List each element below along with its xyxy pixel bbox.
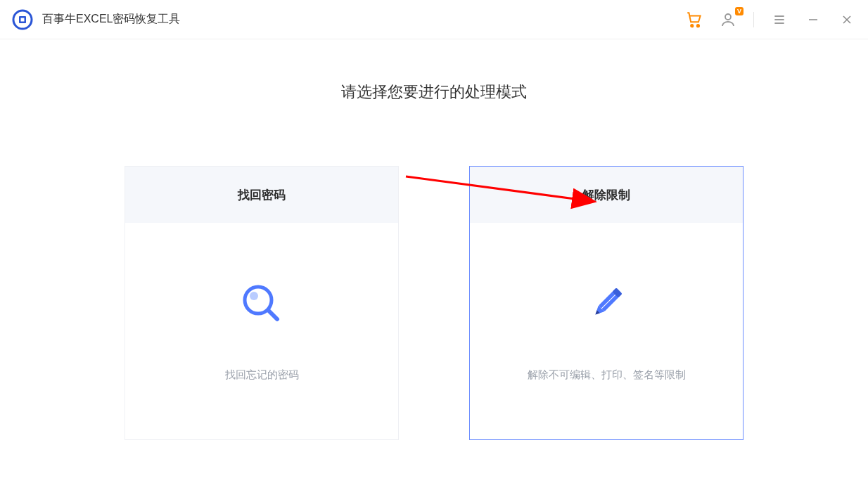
app-logo-icon <box>11 8 34 31</box>
vip-badge: V <box>735 7 743 15</box>
main-area: 请选择您要进行的处理模式 找回密码 找回忘记的密码 解除限制 <box>0 39 868 440</box>
cart-icon[interactable] <box>684 10 704 30</box>
titlebar: 百事牛EXCEL密码恢复工具 V <box>0 0 868 39</box>
card-title: 找回密码 <box>125 167 398 223</box>
svg-rect-2 <box>21 18 25 21</box>
app-title: 百事牛EXCEL密码恢复工具 <box>42 12 180 27</box>
close-button[interactable] <box>837 10 857 30</box>
magnifier-icon <box>239 281 284 326</box>
mode-prompt: 请选择您要进行的处理模式 <box>0 82 868 103</box>
svg-point-5 <box>725 14 731 20</box>
svg-point-4 <box>697 25 699 27</box>
pencil-icon <box>584 281 629 326</box>
titlebar-left: 百事牛EXCEL密码恢复工具 <box>11 8 180 31</box>
menu-icon[interactable] <box>770 10 789 30</box>
mode-cards: 找回密码 找回忘记的密码 解除限制 <box>0 166 868 440</box>
recover-password-card[interactable]: 找回密码 找回忘记的密码 <box>125 166 399 440</box>
user-icon[interactable]: V <box>718 10 738 30</box>
svg-line-14 <box>268 310 277 319</box>
titlebar-right: V <box>684 10 857 30</box>
card-desc: 解除不可编辑、打印、签名等限制 <box>528 368 686 382</box>
card-title: 解除限制 <box>470 167 743 223</box>
remove-restriction-card[interactable]: 解除限制 解除不可编辑、打印、签名等限制 <box>469 166 743 440</box>
card-body: 解除不可编辑、打印、签名等限制 <box>470 223 743 439</box>
titlebar-divider <box>753 12 754 27</box>
svg-point-13 <box>250 292 258 300</box>
card-desc: 找回忘记的密码 <box>225 368 299 382</box>
card-body: 找回忘记的密码 <box>125 223 398 439</box>
svg-point-3 <box>691 25 693 27</box>
minimize-button[interactable] <box>803 10 823 30</box>
